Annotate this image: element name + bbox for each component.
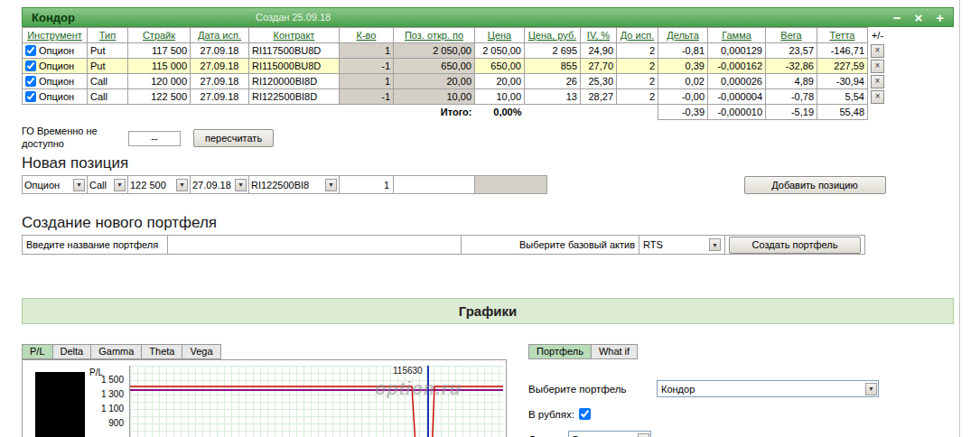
col-header-gamma[interactable]: Гамма — [708, 28, 766, 43]
base-asset-select[interactable]: RTS▼ — [643, 238, 721, 251]
col-header-theta[interactable]: Тетта — [817, 28, 868, 43]
quantity-input[interactable] — [341, 179, 391, 191]
type-select-value: Call — [89, 180, 107, 191]
spacer-cell — [547, 176, 743, 194]
cell-strike: 117 500 — [128, 43, 191, 59]
minimize-icon[interactable]: − — [893, 11, 901, 24]
portfolio-name-input[interactable] — [172, 238, 457, 251]
chevron-down-icon: ▼ — [709, 238, 721, 251]
cell-type: Put — [88, 43, 128, 59]
recalculate-button[interactable]: пересчитать — [193, 129, 274, 147]
go-label: ГО Временно не доступно — [22, 126, 123, 151]
tab-vega[interactable]: Vega — [182, 344, 220, 359]
cell-strike: 115 000 — [128, 59, 191, 74]
base-asset-value: RTS — [643, 239, 663, 250]
cell-vega: 23,57 — [766, 43, 817, 59]
totals-theta: 55,48 — [817, 105, 868, 120]
base-asset-label: Выберите базовый актив — [462, 236, 639, 255]
strike-select[interactable]: 122 500▼ — [130, 179, 188, 191]
col-header-delta[interactable]: Дельта — [658, 28, 708, 43]
delete-row-button[interactable]: × — [871, 44, 884, 58]
panel-tabs: Портфель What if — [528, 344, 638, 359]
tab-gamma[interactable]: Gamma — [91, 344, 142, 359]
col-header-type[interactable]: Тип — [88, 28, 128, 43]
new-position-heading: Новая позиция — [22, 154, 954, 172]
tab-theta[interactable]: Theta — [142, 344, 182, 359]
instrument-label: Опцион — [39, 76, 74, 87]
cell-pos-open: 2 050,00 — [394, 43, 475, 59]
col-header-vega[interactable]: Вега — [766, 28, 817, 43]
y-axis-tick: 1 100 — [86, 404, 124, 414]
cell-delta: 0,39 — [658, 59, 708, 74]
cell-delta: -0,00 — [658, 89, 708, 105]
cell-instrument: Опцион — [23, 59, 88, 74]
go-value: -- — [128, 131, 181, 146]
cell-price-rub: 13 — [525, 89, 581, 105]
tab-whatif[interactable]: What if — [592, 344, 638, 359]
row-checkbox[interactable] — [25, 76, 36, 87]
y-axis-tick: 900 — [86, 418, 124, 428]
cell-strike: 120 000 — [128, 74, 191, 89]
cell-price-rub: 2 695 — [525, 43, 581, 59]
cell-delta: -0,81 — [658, 43, 708, 59]
chevron-down-icon: ▼ — [176, 179, 188, 191]
cell-instrument: Опцион — [23, 74, 88, 89]
rubles-label: В рублях: — [528, 409, 574, 420]
base-asset-select-cell: RTS▼ — [639, 236, 725, 255]
chevron-down-icon: ▼ — [865, 383, 877, 395]
y-axis-tick: 1 300 — [86, 389, 124, 399]
col-header-price[interactable]: Цена — [475, 28, 525, 43]
portfolio-panel: Выберите портфель Кондор▼ В рублях: До и… — [528, 380, 908, 437]
totals-percent: 0,00% — [475, 105, 525, 120]
cell-exp-date: 27.09.18 — [191, 89, 249, 105]
col-header-strike[interactable]: Страйк — [128, 28, 191, 43]
contract-select[interactable]: RI122500BI8▼ — [251, 179, 337, 191]
cell-delete: × — [868, 43, 888, 59]
cell-gamma: -0,000162 — [708, 59, 766, 74]
close-icon[interactable]: × — [914, 11, 922, 24]
create-portfolio-button[interactable]: Создать портфель — [729, 237, 861, 254]
row-checkbox[interactable] — [25, 45, 36, 56]
portfolio-select[interactable]: Кондор▼ — [657, 380, 879, 397]
rubles-checkbox[interactable] — [579, 408, 591, 420]
instrument-select[interactable]: Опцион▼ — [24, 179, 85, 191]
cell-price: 2 050,00 — [475, 43, 525, 59]
chevron-down-icon: ▼ — [325, 179, 337, 191]
delete-row-button[interactable]: × — [871, 60, 884, 73]
new-position-row: Опцион▼ Call▼ 122 500▼ 27.09.18▼ RI12250… — [22, 175, 888, 194]
tab-delta[interactable]: Delta — [53, 344, 92, 359]
col-header-qty[interactable]: К-во — [340, 28, 394, 43]
cell-price: 10,00 — [475, 89, 525, 105]
col-header-iv[interactable]: IV, % — [581, 28, 617, 43]
current-price-line — [427, 366, 429, 437]
charts-section-heading: Графики — [22, 298, 954, 324]
row-checkbox[interactable] — [25, 60, 36, 71]
col-header-pos-open[interactable]: Поз. откр. по — [394, 28, 475, 43]
delete-row-button[interactable]: × — [871, 75, 884, 88]
tab-pl[interactable]: P/L — [22, 344, 53, 359]
cell-price-rub: 26 — [525, 74, 581, 89]
date-select[interactable]: 27.09.18▼ — [192, 179, 247, 191]
add-icon[interactable]: + — [936, 11, 944, 24]
type-select[interactable]: Call▼ — [89, 179, 126, 191]
tab-portfolio[interactable]: Портфель — [528, 344, 592, 359]
delete-row-button[interactable]: × — [871, 90, 884, 104]
row-checkbox[interactable] — [25, 91, 36, 102]
cell-exp-date: 27.09.18 — [191, 59, 249, 74]
cell-theta: 227,59 — [817, 59, 868, 74]
col-header-price-rub[interactable]: Цена, руб. — [525, 28, 581, 43]
to-exp-select[interactable]: В днях▼ — [568, 431, 651, 437]
cell-price: 20,00 — [475, 74, 525, 89]
totals-vega: -5,19 — [766, 105, 817, 120]
portfolio-titlebar: Кондор Создан 25.09.18 − × + — [22, 7, 954, 27]
cell-contract: RI115000BU8D — [249, 59, 340, 74]
col-header-exp-date[interactable]: Дата исп. — [191, 28, 249, 43]
col-header-instrument[interactable]: Инструмент — [23, 28, 88, 43]
cell-contract: RI117500BU8D — [249, 43, 340, 59]
col-header-to-exp[interactable]: До исп. — [617, 28, 658, 43]
portfolio-name-label: Введите название портфеля — [23, 236, 168, 255]
col-header-contract[interactable]: Контракт — [249, 28, 340, 43]
add-position-button[interactable]: Добавить позицию — [744, 176, 886, 194]
cell-iv: 25,30 — [581, 74, 617, 89]
go-section: ГО Временно не доступно -- пересчитать — [22, 124, 954, 153]
